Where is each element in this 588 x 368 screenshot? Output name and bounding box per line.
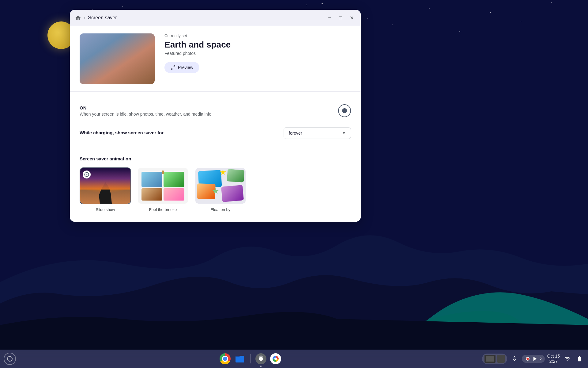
settings-window: › Screen saver − □ ✕ Currently set Earth… bbox=[70, 10, 361, 222]
launcher-icon bbox=[7, 356, 13, 362]
charging-value: forever bbox=[289, 131, 302, 136]
breadcrumb-separator: › bbox=[84, 15, 85, 21]
home-icon bbox=[75, 15, 81, 21]
mic-icon bbox=[511, 356, 518, 362]
clip-decoration bbox=[162, 171, 164, 174]
charging-label: While charging, show screen saver for bbox=[80, 130, 164, 135]
screensaver-thumbnail bbox=[80, 33, 155, 84]
animation-options: Slide show bbox=[80, 167, 351, 212]
chrome-icon bbox=[220, 353, 231, 364]
slideshow-label: Slide show bbox=[96, 207, 115, 212]
on-label: ON bbox=[80, 105, 211, 110]
selected-check bbox=[83, 171, 91, 178]
taskbar-apps bbox=[18, 352, 482, 366]
svg-marker-12 bbox=[533, 357, 537, 361]
media-tray-group[interactable] bbox=[482, 354, 507, 364]
system-tray: 2 Oct 15 2:27 bbox=[482, 354, 584, 364]
taskbar-divider bbox=[250, 354, 251, 363]
breeze-thumbnail bbox=[137, 167, 189, 204]
float-image bbox=[195, 168, 246, 204]
on-setting-section: ON When your screen is idle, show photos… bbox=[70, 92, 361, 151]
minimize-button[interactable]: − bbox=[325, 13, 334, 22]
breeze-label: Feel the breeze bbox=[149, 207, 177, 212]
battery-button[interactable] bbox=[575, 354, 584, 364]
taskbar-app-settings[interactable] bbox=[254, 352, 268, 366]
animation-section: Screen saver animation bbox=[70, 151, 361, 222]
preview-button[interactable]: Preview bbox=[164, 62, 199, 73]
tray-time: 2:27 bbox=[549, 359, 558, 364]
thumbnail-image bbox=[80, 33, 155, 84]
screenshot-thumb bbox=[486, 356, 494, 362]
breeze-photo-1 bbox=[141, 172, 162, 187]
svg-point-11 bbox=[526, 358, 529, 360]
files-icon bbox=[234, 353, 245, 364]
notification-count: 2 bbox=[540, 357, 542, 361]
breeze-photo-3 bbox=[141, 188, 162, 201]
record-icon bbox=[525, 356, 530, 362]
wifi-button[interactable] bbox=[562, 354, 572, 364]
taskbar: 2 Oct 15 2:27 bbox=[0, 350, 588, 368]
breadcrumb: › Screen saver bbox=[75, 14, 117, 21]
taskbar-app-chrome[interactable] bbox=[218, 352, 232, 366]
preview-icon bbox=[171, 65, 175, 70]
float-photo-3 bbox=[197, 183, 216, 199]
animation-option-float[interactable]: Float on by bbox=[195, 167, 246, 212]
float-thumbnail bbox=[195, 167, 246, 204]
current-screensaver-section: Currently set Earth and space Featured p… bbox=[70, 26, 361, 92]
desktop: › Screen saver − □ ✕ Currently set Earth… bbox=[0, 0, 588, 368]
screensaver-info: Currently set Earth and space Featured p… bbox=[164, 33, 351, 73]
wifi-icon bbox=[564, 356, 570, 362]
close-button[interactable]: ✕ bbox=[347, 13, 356, 22]
window-titlebar: › Screen saver − □ ✕ bbox=[70, 10, 361, 26]
page-title: Screen saver bbox=[88, 15, 117, 21]
currently-set-label: Currently set bbox=[164, 33, 351, 38]
window-controls: − □ ✕ bbox=[325, 13, 356, 22]
mic-button[interactable] bbox=[510, 354, 519, 364]
svg-point-9 bbox=[274, 358, 277, 360]
svg-line-2 bbox=[171, 68, 173, 69]
settings-icon bbox=[255, 353, 266, 364]
svg-rect-5 bbox=[236, 357, 244, 362]
datetime-display[interactable]: Oct 15 2:27 bbox=[547, 354, 560, 364]
animation-title: Screen saver animation bbox=[80, 156, 351, 161]
maximize-button[interactable]: □ bbox=[336, 13, 345, 22]
window-content: Currently set Earth and space Featured p… bbox=[70, 26, 361, 222]
animation-option-breeze[interactable]: Feel the breeze bbox=[137, 167, 189, 212]
breeze-image bbox=[138, 168, 188, 204]
on-toggle[interactable] bbox=[338, 104, 351, 117]
launcher-button[interactable] bbox=[4, 353, 16, 365]
photos-icon bbox=[270, 353, 281, 364]
screensaver-name: Earth and space bbox=[164, 40, 351, 50]
taskbar-app-photos[interactable] bbox=[269, 352, 282, 366]
screensaver-type: Featured photos bbox=[164, 51, 351, 56]
home-button[interactable] bbox=[75, 14, 81, 21]
tray-date: Oct 15 bbox=[547, 354, 560, 359]
animation-option-slideshow[interactable]: Slide show bbox=[80, 167, 131, 212]
notification-badge-container: 2 bbox=[540, 356, 542, 362]
dropdown-arrow: ▼ bbox=[342, 131, 346, 135]
slideshow-thumbnail bbox=[80, 167, 131, 204]
charging-setting-row: While charging, show screen saver for fo… bbox=[80, 122, 351, 144]
screenshot-preview bbox=[484, 355, 496, 363]
toggle-inner bbox=[342, 108, 347, 113]
breeze-photo-4 bbox=[164, 188, 184, 201]
float-photo-4 bbox=[221, 185, 244, 202]
float-photo-2 bbox=[227, 169, 245, 182]
float-label: Float on by bbox=[211, 207, 230, 212]
battery-icon bbox=[576, 356, 582, 362]
on-description: When your screen is idle, show photos, t… bbox=[80, 112, 211, 117]
screenshot-thumb-2 bbox=[497, 355, 505, 363]
on-setting-info: ON When your screen is idle, show photos… bbox=[80, 105, 211, 117]
taskbar-app-files[interactable] bbox=[233, 352, 247, 366]
preview-label: Preview bbox=[178, 65, 193, 70]
charging-dropdown[interactable]: forever ▼ bbox=[284, 127, 351, 139]
play-controls-group[interactable]: 2 bbox=[522, 355, 545, 363]
play-icon bbox=[532, 356, 538, 362]
breeze-photo-2 bbox=[164, 172, 184, 187]
svg-line-1 bbox=[173, 66, 175, 67]
on-setting-row: ON When your screen is idle, show photos… bbox=[80, 99, 351, 122]
